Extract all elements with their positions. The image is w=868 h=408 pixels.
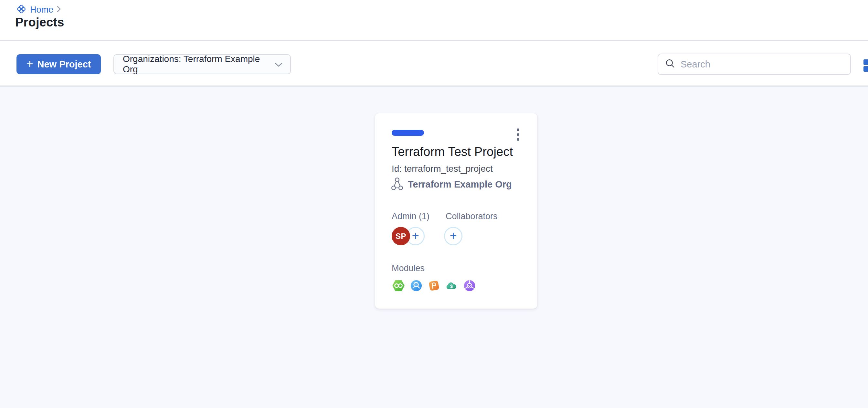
breadcrumb-home-link[interactable]: Home	[30, 5, 53, 15]
svg-text:$: $	[450, 284, 453, 289]
module-feature-flags-icon	[428, 279, 440, 292]
module-reliability-icon	[463, 279, 476, 292]
admin-label: Admin (1)	[392, 211, 430, 222]
breadcrumb: Home	[16, 3, 61, 17]
plus-icon: +	[26, 58, 33, 70]
search-icon	[665, 59, 675, 70]
chevron-down-icon	[275, 59, 282, 69]
project-id: Id: terraform_test_project	[392, 164, 493, 174]
project-org-row: Terraform Example Org	[391, 177, 512, 192]
new-project-button[interactable]: + New Project	[17, 54, 101, 74]
search-input[interactable]	[681, 59, 843, 70]
project-card-menu-button[interactable]	[514, 126, 523, 143]
organizations-filter-value: Organizations: Terraform Example Org	[123, 54, 275, 74]
modules-row: $	[392, 279, 476, 292]
modules-label: Modules	[392, 263, 425, 273]
module-verification-icon	[410, 279, 422, 292]
app-home-icon[interactable]	[16, 3, 27, 16]
chevron-right-icon	[57, 5, 61, 14]
page-title: Projects	[15, 15, 64, 29]
grid-view-toggle-icon[interactable]	[864, 59, 868, 73]
page-header: Home Projects	[0, 0, 868, 40]
organizations-filter-dropdown[interactable]: Organizations: Terraform Example Org	[114, 54, 291, 74]
module-cloud-costs-icon: $	[446, 279, 458, 292]
new-project-button-label: New Project	[37, 59, 91, 70]
organization-icon	[391, 177, 404, 192]
project-card[interactable]: Terraform Test Project Id: terraform_tes…	[375, 113, 537, 309]
project-color-pill	[392, 130, 424, 136]
collaborators-label: Collaborators	[446, 211, 498, 222]
projects-grid-area: Terraform Test Project Id: terraform_tes…	[0, 87, 868, 408]
toolbar: + New Project Organizations: Terraform E…	[0, 41, 868, 86]
project-title: Terraform Test Project	[392, 145, 513, 159]
search-box	[658, 54, 851, 75]
admin-avatar: SP	[392, 227, 410, 245]
project-org-name: Terraform Example Org	[408, 179, 512, 190]
module-ci-icon	[392, 279, 405, 292]
add-collaborator-button[interactable]: +	[444, 227, 462, 245]
